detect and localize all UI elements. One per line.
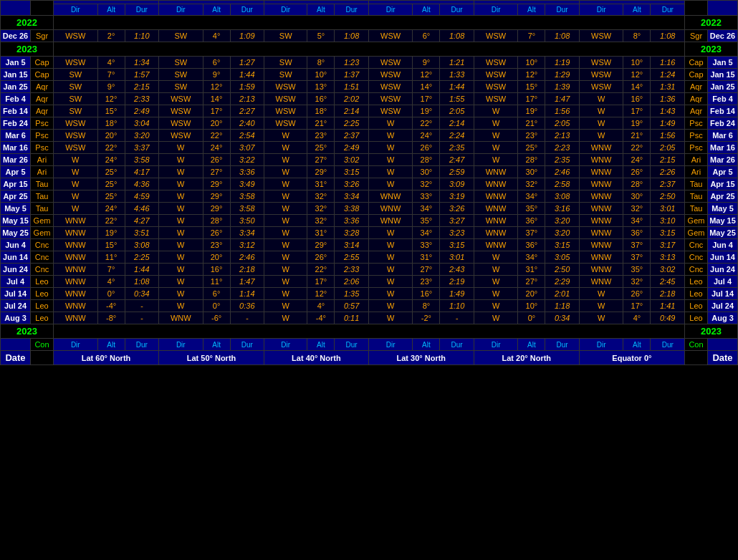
date-cell-right: Jul 4 [708,276,738,288]
dir-cell: W [474,142,518,154]
alt-cell: 30° [518,166,545,178]
con-cell-right: Leo [685,312,708,324]
sub-dir-1: Dir [54,4,98,16]
dir-cell: WNW [579,142,623,154]
dur-cell: 3:58 [230,190,264,203]
header-date-right [708,1,738,16]
alt-cell: 20° [518,288,545,300]
date-cell: Apr 15 [1,178,31,190]
dur-cell: 3:22 [230,154,264,166]
sub-dir-2: Dir [159,4,203,16]
dur-cell: 2:14 [335,105,368,117]
dur-cell: 2:26 [651,166,685,178]
dur-cell: 2:19 [440,276,474,288]
alt-cell: 32° [623,203,651,215]
table-row: Feb 24PscWSW18°3:04WSW20°2:40WSW21°2:25W… [1,117,738,130]
dir-cell: WNW [474,239,518,251]
dur-cell: 3:20 [545,215,579,227]
dur-cell: 2:35 [545,154,579,166]
dir-cell: WSW [474,81,518,93]
dir-cell: W [579,312,623,324]
alt-cell: 31° [307,227,335,239]
date-cell-right: Mar 26 [708,154,738,166]
dir-cell: WNW [474,215,518,227]
dir-cell: WSW [159,93,203,105]
dir-cell: WSW [474,69,518,81]
dir-cell: WNW [474,203,518,215]
alt-cell: 7° [97,69,125,81]
sub-dur-5: Dur [545,4,579,16]
alt-cell: 4° [307,300,335,312]
alt-cell: 8° [307,57,335,69]
dur-cell: 3:20 [545,227,579,239]
dir-cell: W [54,166,98,178]
dir-cell: WSW [264,81,307,93]
dur-cell: 2:33 [125,93,158,105]
dir-cell: WSW [579,69,623,81]
dur-cell: 3:26 [440,203,474,215]
dir-cell: WNW [579,190,623,203]
dur-cell: - [125,312,158,324]
dur-cell: 1:49 [651,117,685,130]
dur-cell: 1:43 [651,105,685,117]
dir-cell: SW [264,57,307,69]
dur-cell: 1:08 [440,30,474,42]
alt-cell: 10° [307,69,335,81]
sub-alt-5: Alt [518,4,545,16]
dir-cell: WSW [474,93,518,105]
dir-cell: W [474,264,518,276]
dur-cell: 2:24 [440,130,474,142]
con-cell: Leo [31,300,54,312]
dir-cell: W [474,251,518,264]
dur-cell: 1:27 [230,57,264,69]
alt-cell: 6° [413,30,440,42]
dir-cell: W [264,288,307,300]
dir-cell: W [159,276,203,288]
dur-cell: 1:34 [125,57,158,69]
header-date [1,1,31,16]
dir-cell: WNW [368,215,413,227]
dir-cell: WNW [579,276,623,288]
alt-cell: 7° [518,30,545,42]
table-row: Jan 15CapSW7°1:57SW9°1:44SW10°1:37WSW12°… [1,69,738,81]
alt-cell: 33° [413,239,440,251]
dir-cell: WSW [159,105,203,117]
alt-cell: 32° [307,190,335,203]
alt-cell: 36° [623,227,651,239]
alt-cell: 29° [203,178,230,190]
con-cell: Cnc [31,264,54,276]
dur-cell: 3:02 [335,154,368,166]
date-cell: May 25 [1,227,31,239]
dir-cell: WNW [474,166,518,178]
table-row: Apr 25TauW25°4:59W29°3:58W32°3:34WNW33°3… [1,190,738,203]
dir-cell: WNW [54,215,98,227]
dur-cell: 3:16 [545,203,579,215]
dir-cell: W [264,142,307,154]
dur-cell: 4:36 [125,178,158,190]
dir-cell: WSW [54,57,98,69]
alt-cell: 25° [518,142,545,154]
date-cell: Jul 24 [1,300,31,312]
table-row: Apr 15TauW25°4:36W29°3:49W31°3:26W32°3:0… [1,178,738,190]
dur-cell: 1:09 [230,30,264,42]
alt-cell: 14° [413,81,440,93]
bottom-year-row: 20232023 [1,324,738,339]
dir-cell: W [368,276,413,288]
con-cell: Tau [31,190,54,203]
dir-cell: WSW [264,117,307,130]
dir-cell: WNW [159,312,203,324]
alt-cell: 16° [623,93,651,105]
dir-cell: W [159,142,203,154]
date-cell-right: Jan 25 [708,81,738,93]
dur-cell: 2:15 [125,81,158,93]
dir-cell: WNW [54,276,98,288]
date-cell-right: Apr 5 [708,166,738,178]
table-row: Mar 26AriW24°3:58W26°3:22W27°3:02W28°2:4… [1,154,738,166]
alt-cell: 15° [97,239,125,251]
dir-cell: WNW [579,239,623,251]
dur-cell: 2:29 [545,276,579,288]
alt-cell: -4° [307,312,335,324]
alt-cell: 37° [623,239,651,251]
con-cell: Aqr [31,93,54,105]
date-cell: Mar 16 [1,142,31,154]
